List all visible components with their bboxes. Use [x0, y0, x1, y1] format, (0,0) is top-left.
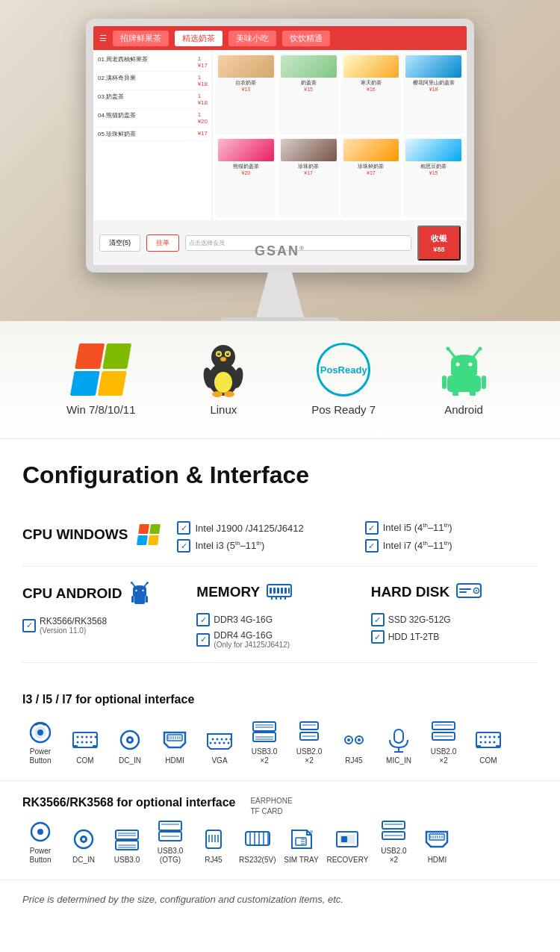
rk-iface-rs232-label: RS232(5V)	[239, 856, 276, 865]
android-icon	[434, 343, 494, 396]
svg-rect-35	[141, 603, 144, 604]
svg-rect-47	[457, 584, 481, 597]
svg-point-110	[485, 736, 487, 738]
cpu-android-col: CPU ANDROID	[22, 580, 189, 635]
svg-rect-50	[459, 588, 471, 590]
svg-rect-125	[116, 830, 138, 839]
svg-rect-51	[459, 591, 467, 593]
iface-usb2-2-label: USB2.0×2	[431, 747, 456, 765]
svg-point-81	[230, 738, 232, 741]
hard-disk-items: SSD 32G-512G HDD 1T-2TB	[371, 613, 538, 644]
tfcard-label: TF CARD	[250, 806, 292, 817]
rk-iface-hdmi: HDMI	[419, 826, 455, 865]
pos-menu-icon: ☰	[99, 34, 107, 43]
svg-rect-41	[284, 588, 287, 594]
rk-rj45-icon	[199, 826, 228, 853]
svg-point-58	[86, 736, 88, 738]
os-label-windows: Win 7/8/10/11	[66, 403, 136, 416]
product-7[interactable]: 珍珠鲜奶茶¥17	[341, 137, 402, 218]
product-2[interactable]: 奶盖茶¥15	[279, 53, 339, 134]
dcin-icon	[115, 727, 145, 753]
check-rk3566	[22, 619, 36, 632]
svg-point-100	[358, 738, 361, 741]
hard-disk-icon	[455, 580, 482, 604]
rj45-icon	[339, 727, 369, 753]
config-section: Configuration & Interface CPU WINDOWS In…	[0, 439, 560, 678]
svg-point-112	[494, 736, 496, 738]
rk-interface-title: RK3566/RK3568 for optional interface	[22, 796, 235, 809]
svg-point-9	[220, 357, 226, 361]
rk-iface-usb3: USB3.0	[109, 826, 145, 865]
rk-iface-usb3-otg-label: USB3.0(OTG)	[158, 847, 183, 865]
i3-interface-section: I3 / I5 / I7 for optional interface Powe…	[0, 678, 560, 781]
pos-tab-3[interactable]: 美味小吃	[228, 31, 276, 46]
iface-rj45: RJ45	[336, 727, 372, 765]
check-ssd	[371, 613, 385, 626]
svg-point-124	[82, 838, 85, 841]
product-8[interactable]: 相思豆奶茶¥15	[403, 137, 464, 218]
iface-dcin-label: DC_IN	[119, 756, 141, 765]
posready-icon: PosReady	[314, 343, 373, 396]
rk-simtray-icon	[286, 826, 316, 853]
checkout-button[interactable]: 收银¥88	[417, 225, 461, 261]
svg-rect-135	[206, 830, 221, 848]
svg-point-26	[131, 582, 133, 584]
linux-icon	[193, 343, 253, 396]
rk-recovery-icon	[332, 826, 362, 853]
product-6[interactable]: 珍珠奶茶¥17	[279, 137, 339, 218]
svg-point-59	[90, 736, 93, 738]
svg-rect-40	[281, 588, 283, 594]
svg-point-111	[489, 736, 491, 738]
svg-point-79	[221, 738, 223, 741]
rk-iface-dcin: DC_IN	[66, 826, 102, 865]
gsan-logo: GSAN®	[255, 243, 305, 259]
rk-usb3-icon	[112, 826, 142, 853]
svg-point-54	[37, 729, 43, 735]
i3-interface-title: I3 / I5 / I7 for optional interface	[22, 693, 538, 706]
rk-usb2-icon	[379, 817, 408, 844]
posready-circle-icon: PosReady	[317, 343, 370, 396]
check-i7	[365, 539, 379, 553]
svg-rect-39	[277, 588, 279, 594]
usb3-icon-1	[249, 718, 279, 744]
iface-dcin: DC_IN	[112, 727, 148, 765]
svg-rect-21	[442, 376, 447, 389]
svg-point-19	[468, 363, 472, 367]
svg-point-114	[480, 741, 482, 744]
pos-tab-1[interactable]: 招牌鲜果茶	[113, 31, 169, 46]
svg-rect-65	[73, 745, 78, 748]
com-icon-1	[70, 727, 100, 753]
svg-point-11	[224, 391, 234, 397]
iface-micin: MIC_IN	[381, 727, 417, 765]
hang-button[interactable]: 挂单	[146, 234, 179, 252]
product-4[interactable]: 樱花阿里山奶盖茶¥18	[403, 53, 464, 134]
product-3[interactable]: 寒天奶茶¥16	[341, 53, 402, 134]
pos-item-2: 02.满杯奇异果1¥18	[96, 72, 209, 90]
check-j1900	[177, 521, 190, 535]
product-1[interactable]: 台农奶茶¥13	[216, 53, 276, 134]
pos-item-4: 04.熊猫奶盖茶1¥20	[96, 109, 209, 128]
svg-point-30	[143, 590, 144, 591]
iface-usb3-1: USB3.0×2	[246, 718, 282, 765]
pos-tab-2[interactable]: 精选奶茶	[175, 31, 223, 46]
micin-icon	[384, 727, 414, 753]
rk-iface-power-label: PowerButton	[30, 847, 52, 865]
rk-title-area: RK3566/RK3568 for optional interface EAR…	[22, 796, 538, 817]
svg-point-64	[90, 741, 93, 744]
os-label-posready: Pos Ready 7	[311, 403, 376, 416]
svg-point-113	[498, 736, 500, 738]
os-item-windows: Win 7/8/10/11	[66, 343, 136, 416]
svg-point-8	[228, 352, 229, 354]
svg-point-18	[455, 363, 459, 367]
product-5[interactable]: 熊猫奶盖茶¥20	[216, 137, 276, 218]
memory-title: MEMORY	[196, 584, 260, 600]
os-item-posready: PosReady Pos Ready 7	[311, 343, 376, 416]
clear-button[interactable]: 清空(5)	[99, 234, 140, 252]
rk-subtitles: EARPHONE TF CARD	[250, 796, 292, 817]
pos-tab-4[interactable]: 饮饮精通	[282, 31, 330, 46]
check-i3	[177, 539, 190, 553]
svg-point-115	[485, 741, 487, 744]
svg-rect-87	[253, 722, 276, 731]
rk-interface-section: RK3566/RK3568 for optional interface EAR…	[0, 781, 560, 880]
svg-rect-131	[159, 821, 181, 830]
